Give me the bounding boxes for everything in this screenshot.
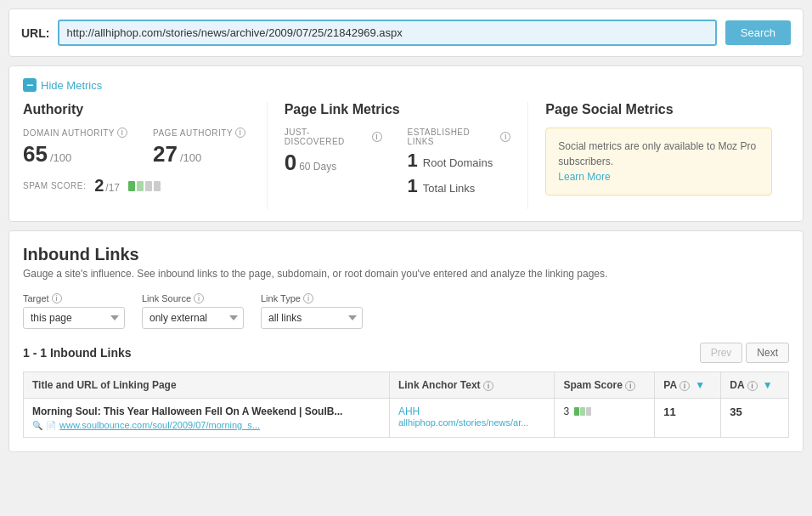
social-title: Page Social Metrics — [545, 102, 772, 117]
mini-spam-bar — [574, 407, 591, 416]
authority-metrics-row: DOMAIN AUTHORITY i 65 /100 PAGE AUTHORIT… — [23, 128, 250, 167]
spam-score-value-cell: 3 — [563, 405, 646, 417]
target-info-icon[interactable]: i — [52, 293, 62, 303]
table-row: Morning Soul: This Year Halloween Fell O… — [24, 399, 789, 438]
just-discovered-value: 0 60 Days — [285, 150, 382, 176]
authority-title: Authority — [23, 102, 250, 117]
link-source-select[interactable]: only external all only internal — [142, 307, 244, 329]
just-discovered-label: JUST-DISCOVERED i — [285, 128, 382, 146]
spam-bar-seg-4 — [154, 181, 161, 191]
minus-icon: − — [23, 78, 37, 92]
spam-score-row: SPAM SCORE: 2 /17 — [23, 176, 250, 196]
spam-bar-seg-1 — [128, 181, 135, 191]
page-link-title: Page Link Metrics — [285, 102, 511, 117]
spam-bar — [128, 181, 161, 191]
title-url-cell: Morning Soul: This Year Halloween Fell O… — [24, 399, 390, 438]
page-link-column: Page Link Metrics JUST-DISCOVERED i 0 60… — [285, 102, 529, 209]
col-spam-score[interactable]: Spam Score i — [555, 372, 655, 399]
link-source-label: Link Source i — [142, 293, 244, 303]
social-box: Social metrics are only available to Moz… — [545, 128, 772, 196]
hide-metrics-button[interactable]: − Hide Metrics — [23, 78, 102, 92]
col-title-url: Title and URL of Linking Page — [24, 372, 390, 399]
mini-seg-2 — [580, 407, 585, 416]
domain-authority-label: DOMAIN AUTHORITY i — [23, 128, 127, 138]
learn-more-link[interactable]: Learn More — [558, 171, 610, 183]
da-sort-arrow: ▼ — [763, 379, 773, 391]
just-discovered-item: JUST-DISCOVERED i 0 60 Days — [285, 128, 382, 201]
domain-authority-value: 65 /100 — [23, 141, 127, 167]
established-links-label: ESTABLISHED LINKS i — [408, 128, 511, 146]
pa-info-icon[interactable]: i — [679, 381, 690, 391]
table-header-row: Title and URL of Linking Page Link Ancho… — [24, 372, 789, 399]
da-value: 35 — [730, 405, 742, 418]
authority-column: Authority DOMAIN AUTHORITY i 65 /100 — [23, 102, 268, 209]
prev-button[interactable]: Prev — [700, 343, 743, 363]
link-source-filter: Link Source i only external all only int… — [142, 293, 244, 329]
page-icon: 📄 — [46, 421, 56, 430]
anchor-text-info-icon[interactable]: i — [483, 381, 493, 391]
spam-score-cell: 3 — [555, 399, 655, 438]
spam-bar-seg-2 — [137, 181, 144, 191]
domain-authority-item: DOMAIN AUTHORITY i 65 /100 — [23, 128, 127, 167]
mini-seg-3 — [586, 407, 591, 416]
pa-sort-arrow: ▼ — [695, 379, 705, 391]
established-links-info-icon[interactable]: i — [500, 132, 510, 142]
social-message: Social metrics are only available to Moz… — [558, 140, 756, 167]
link-source-info-icon[interactable]: i — [194, 293, 204, 303]
inbound-description: Gauge a site's influence. See inbound li… — [23, 268, 789, 280]
established-links-item: ESTABLISHED LINKS i 1 Root Domains 1 Tot… — [408, 128, 511, 201]
hide-metrics-label: Hide Metrics — [41, 79, 102, 92]
url-section: URL: Search — [8, 9, 804, 57]
pa-value: 11 — [663, 405, 675, 418]
total-links-item: 1 Total Links — [408, 175, 511, 197]
link-title: Morning Soul: This Year Halloween Fell O… — [32, 405, 381, 417]
results-nav: 1 - 1 Inbound Links Prev Next — [23, 343, 789, 363]
link-type-label: Link Type i — [261, 293, 363, 303]
link-type-filter: Link Type i all links followed nofollowe… — [261, 293, 363, 329]
inbound-section: Inbound Links Gauge a site's influence. … — [8, 230, 804, 452]
page-link-metrics-row: JUST-DISCOVERED i 0 60 Days ESTABLISHED … — [285, 128, 511, 201]
anchor-url: allhiphop.com/stories/news/ar... — [398, 417, 546, 428]
links-table: Title and URL of Linking Page Link Ancho… — [23, 371, 789, 438]
da-cell: 35 — [721, 399, 789, 438]
link-type-info-icon[interactable]: i — [303, 293, 313, 303]
metrics-grid: Authority DOMAIN AUTHORITY i 65 /100 — [23, 102, 789, 209]
target-filter-label: Target i — [23, 293, 125, 303]
page-authority-label: PAGE AUTHORITY i — [153, 128, 245, 138]
page-authority-info-icon[interactable]: i — [235, 128, 245, 138]
link-url[interactable]: www.soulbounce.com/soul/2009/07/morning_… — [59, 420, 260, 430]
just-discovered-info-icon[interactable]: i — [372, 132, 382, 142]
search-icon: 🔍 — [32, 421, 42, 430]
target-select[interactable]: this page subdomain root domain — [23, 307, 125, 329]
url-label: URL: — [21, 26, 49, 40]
anchor-text: AHH — [398, 405, 546, 417]
root-domains-item: 1 Root Domains — [408, 150, 511, 172]
anchor-text-cell: AHH allhiphop.com/stories/news/ar... — [389, 399, 555, 438]
spam-score-value: 2 /17 — [94, 176, 120, 196]
page-authority-value: 27 /100 — [153, 141, 245, 167]
spam-bar-seg-3 — [145, 181, 152, 191]
spam-score-label: SPAM SCORE: — [23, 181, 86, 190]
inbound-title: Inbound Links — [23, 245, 789, 264]
spam-score-number: 3 — [563, 405, 569, 417]
results-count: 1 - 1 Inbound Links — [23, 346, 132, 360]
pa-cell: 11 — [655, 399, 721, 438]
url-input[interactable] — [58, 20, 716, 46]
next-button[interactable]: Next — [746, 343, 789, 363]
da-info-icon[interactable]: i — [747, 381, 758, 391]
metrics-section: − Hide Metrics Authority DOMAIN AUTHORIT… — [8, 65, 804, 222]
target-filter: Target i this page subdomain root domain — [23, 293, 125, 329]
col-da[interactable]: DA i ▼ — [721, 372, 789, 399]
domain-authority-info-icon[interactable]: i — [117, 128, 127, 138]
page-authority-item: PAGE AUTHORITY i 27 /100 — [153, 128, 245, 167]
spam-score-col-info-icon[interactable]: i — [625, 381, 635, 391]
link-type-select[interactable]: all links followed nofollowed — [261, 307, 363, 329]
social-column: Page Social Metrics Social metrics are o… — [545, 102, 789, 209]
mini-seg-1 — [574, 407, 579, 416]
nav-buttons: Prev Next — [700, 343, 789, 363]
link-url-row: 🔍 📄 www.soulbounce.com/soul/2009/07/morn… — [32, 420, 381, 430]
search-button[interactable]: Search — [725, 20, 791, 45]
col-anchor-text: Link Anchor Text i — [389, 372, 555, 399]
filters-row: Target i this page subdomain root domain… — [23, 293, 789, 329]
col-pa[interactable]: PA i ▼ — [655, 372, 721, 399]
